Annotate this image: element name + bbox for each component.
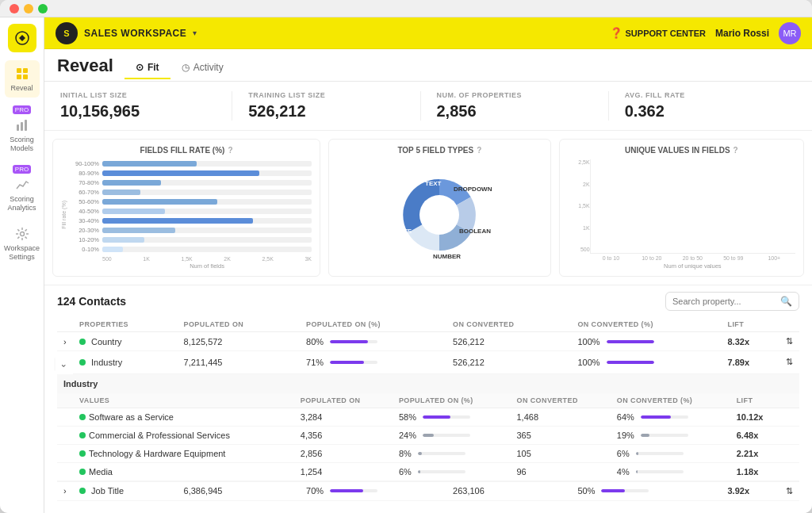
search-box[interactable]: 🔍	[665, 292, 799, 311]
search-icon: 🔍	[780, 296, 792, 307]
on-converted-value: 526,212	[446, 332, 571, 351]
maximize-button[interactable]	[38, 4, 48, 13]
svg-rect-3	[17, 75, 21, 79]
tab-activity[interactable]: ◷ Activity	[170, 57, 235, 79]
support-center-label: SUPPORT CENTER	[626, 29, 706, 38]
field-types-chart-title: TOP 5 FIELD TYPES ?	[337, 146, 542, 155]
table-row: › Country 8,125,572 80%	[57, 332, 799, 351]
charts-section: FIELDS FILL RATE (%) ? Fill rate (%) 90-…	[44, 131, 812, 285]
sub-table-header: VALUES POPULATED ON POPULATED ON (%) ON …	[57, 393, 799, 408]
workspace-logo: S	[56, 22, 78, 44]
sub-table: VALUES POPULATED ON POPULATED ON (%) ON …	[57, 393, 799, 481]
on-converted-value: 263,106	[446, 481, 571, 500]
metric-num-properties-label: NUM. OF PROPERTIES	[437, 91, 592, 99]
row-chevron[interactable]: ›	[57, 481, 73, 500]
app-body: Reveal PRO Scoring Models PRO	[0, 17, 812, 513]
populated-pct-value: 70%	[300, 481, 446, 500]
lift-value: 8.32x	[722, 332, 780, 351]
unique-values-info-icon[interactable]: ?	[733, 146, 738, 155]
svg-rect-6	[21, 122, 23, 131]
bar-row: 80-90%	[69, 169, 312, 178]
support-center-button[interactable]: ❓ SUPPORT CENTER	[610, 27, 706, 39]
workspace-chevron-icon[interactable]: ▾	[193, 29, 197, 37]
properties-table: PROPERTIES POPULATED ON POPULATED ON (%)…	[57, 317, 799, 501]
content-header: Reveal ⊙ Fit ◷ Activity	[44, 49, 812, 82]
bar-row: 60-70%	[69, 188, 312, 197]
sort-icon[interactable]: ⇅	[779, 332, 799, 351]
fit-tab-label: Fit	[147, 62, 159, 73]
row-chevron[interactable]: ›	[55, 358, 73, 371]
bar-row: 70-80%	[69, 178, 312, 187]
table-header: PROPERTIES POPULATED ON POPULATED ON (%)…	[57, 317, 799, 332]
fill-rate-chart: FIELDS FILL RATE (%) ? Fill rate (%) 90-…	[52, 139, 320, 277]
sub-th-on-converted-pct: ON CONVERTED (%)	[611, 393, 730, 408]
close-button[interactable]	[10, 4, 19, 13]
property-name: Job Title	[73, 481, 178, 500]
sub-th-populated-pct: POPULATED ON (%)	[393, 393, 511, 408]
property-dot	[79, 488, 86, 494]
metrics-bar: INITIAL LIST SIZE 10,156,965 TRAINING LI…	[44, 82, 812, 131]
sidebar-item-scoring-models[interactable]: PRO Scoring Models	[5, 101, 40, 158]
sidebar-item-scoring-analytics-label: Scoring Analytics	[8, 195, 36, 212]
sub-value-name: Commercial & Professional Services	[73, 426, 294, 444]
sidebar-item-reveal[interactable]: Reveal	[5, 60, 40, 98]
sidebar-item-scoring-models-label: Scoring Models	[8, 136, 36, 153]
metric-initial-list-value: 10,156,965	[60, 102, 216, 121]
unique-values-chart-title: UNIQUE VALUES IN FIELDS ?	[568, 146, 795, 155]
on-converted-pct-value: 100%	[571, 351, 721, 374]
sidebar-item-workspace-settings[interactable]: Workspace Settings	[5, 220, 40, 266]
bar-row: 50-60%	[69, 197, 312, 206]
lift-value: 7.89x	[722, 351, 780, 374]
metric-num-properties: NUM. OF PROPERTIES 2,856	[437, 91, 609, 121]
on-converted-value: 526,212	[446, 351, 571, 374]
minimize-button[interactable]	[24, 4, 33, 13]
svg-text:BOOLEAN: BOOLEAN	[459, 228, 491, 235]
on-converted-pct-value: 100%	[571, 332, 721, 351]
metric-training-list: TRAINING LIST SIZE 526,212	[248, 91, 420, 121]
bar-chart-x-ticks: 5001K1,5K2K2,5K3K	[69, 256, 312, 262]
help-icon: ❓	[610, 27, 622, 39]
bar-row: 10-20%	[69, 235, 312, 244]
sidebar-item-reveal-label: Reveal	[10, 84, 33, 93]
svg-rect-5	[17, 124, 19, 131]
sidebar-logo[interactable]	[8, 24, 36, 52]
fill-rate-info-icon[interactable]: ?	[228, 146, 232, 155]
sub-th-populated-on: POPULATED ON	[294, 393, 393, 408]
property-name: Country	[73, 332, 178, 351]
th-properties: PROPERTIES	[73, 317, 178, 332]
bar-row: 40-50%	[69, 207, 312, 216]
sub-table-row: Technology & Hardware Equipment 2,856 8%…	[57, 444, 799, 462]
sort-icon[interactable]: ⇅	[779, 481, 799, 500]
svg-text:NUMBER: NUMBER	[433, 253, 461, 260]
metric-avg-fill-rate-label: AVG. FILL RATE	[625, 91, 780, 99]
field-types-info-icon[interactable]: ?	[477, 146, 481, 155]
top-bar-right: ❓ SUPPORT CENTER Mario Rossi MR	[610, 22, 801, 44]
sort-icon[interactable]: ⇅	[779, 351, 799, 374]
table-header-row: 124 Contacts 🔍	[57, 292, 799, 311]
populated-on-value: 6,386,945	[178, 481, 301, 500]
th-on-converted-pct: ON CONVERTED (%)	[571, 317, 721, 332]
populated-on-value: 8,125,572	[178, 332, 301, 351]
svg-text:TEXT: TEXT	[425, 180, 442, 187]
row-chevron[interactable]: ›	[57, 332, 73, 351]
bar-row: 0-10%	[69, 245, 312, 254]
scoring-analytics-badge: PRO	[13, 165, 31, 174]
bar-row: 90-100%	[69, 159, 312, 168]
th-lift: LIFT	[722, 317, 780, 332]
th-populated-on: POPULATED ON	[178, 317, 301, 332]
metric-training-list-value: 526,212	[248, 102, 404, 121]
sub-section-row: Industry VALUES POPULATED ON POPULATED O…	[57, 373, 799, 481]
sidebar: Reveal PRO Scoring Models PRO	[0, 17, 44, 513]
sub-section-header: Industry	[57, 374, 799, 393]
scoring-models-badge: PRO	[13, 105, 31, 114]
search-input[interactable]	[672, 297, 776, 306]
tab-bar: ⊙ Fit ◷ Activity	[124, 57, 235, 79]
app-window: Reveal PRO Scoring Models PRO	[0, 0, 812, 513]
sidebar-item-scoring-analytics[interactable]: PRO Scoring Analytics	[5, 160, 40, 217]
tab-fit[interactable]: ⊙ Fit	[124, 57, 170, 79]
sub-value-name: Technology & Hardware Equipment	[73, 444, 294, 462]
bar-row: 20-30%	[69, 226, 312, 235]
metric-initial-list: INITIAL LIST SIZE 10,156,965	[60, 91, 232, 121]
user-avatar[interactable]: MR	[779, 22, 801, 44]
top-bar-left: S SALES WORKSPACE ▾	[56, 22, 197, 44]
